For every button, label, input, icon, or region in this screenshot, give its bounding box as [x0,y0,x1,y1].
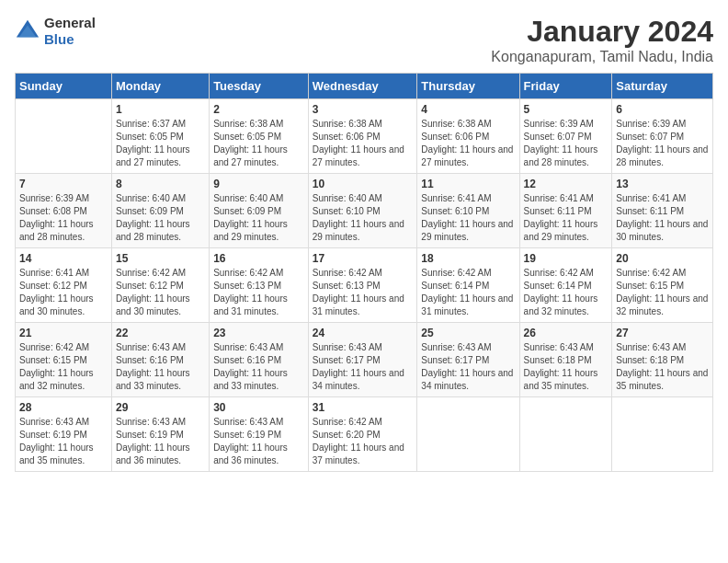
day-info: Sunrise: 6:38 AM Sunset: 6:06 PM Dayligh… [313,118,414,169]
sunset: Sunset: 6:10 PM [313,205,414,218]
sunset: Sunset: 6:12 PM [19,280,108,293]
calendar-cell: 11 Sunrise: 6:41 AM Sunset: 6:10 PM Dayl… [417,174,519,248]
daylight: Daylight: 11 hours and 33 minutes. [116,367,205,393]
logo-text-general: General [44,15,96,30]
day-info: Sunrise: 6:38 AM Sunset: 6:06 PM Dayligh… [421,118,515,169]
day-number: 29 [116,401,205,414]
sunrise: Sunrise: 6:41 AM [421,192,515,205]
col-friday: Friday [519,74,612,99]
daylight: Daylight: 11 hours and 35 minutes. [524,367,609,393]
calendar-cell: 25 Sunrise: 6:43 AM Sunset: 6:17 PM Dayl… [417,323,519,397]
day-number: 13 [616,178,709,190]
calendar-cell: 30 Sunrise: 6:43 AM Sunset: 6:19 PM Dayl… [210,397,309,472]
calendar-cell: 31 Sunrise: 6:42 AM Sunset: 6:20 PM Dayl… [308,397,417,472]
sunset: Sunset: 6:10 PM [421,205,515,218]
col-tuesday: Tuesday [210,74,309,99]
daylight: Daylight: 11 hours and 36 minutes. [213,442,304,467]
logo-text-blue: Blue [44,31,74,47]
daylight: Daylight: 11 hours and 32 minutes. [19,367,108,393]
calendar-cell: 3 Sunrise: 6:38 AM Sunset: 6:06 PM Dayli… [308,99,417,174]
calendar-cell [612,397,713,472]
day-info: Sunrise: 6:40 AM Sunset: 6:10 PM Dayligh… [313,192,414,244]
sunset: Sunset: 6:09 PM [213,205,304,218]
calendar-week-4: 28 Sunrise: 6:43 AM Sunset: 6:19 PM Dayl… [16,397,713,472]
day-info: Sunrise: 6:43 AM Sunset: 6:19 PM Dayligh… [19,416,108,467]
calendar-cell: 14 Sunrise: 6:41 AM Sunset: 6:12 PM Dayl… [16,248,112,323]
sunset: Sunset: 6:09 PM [116,205,205,218]
sunset: Sunset: 6:15 PM [616,280,709,293]
day-info: Sunrise: 6:42 AM Sunset: 6:15 PM Dayligh… [616,267,709,318]
day-info: Sunrise: 6:43 AM Sunset: 6:18 PM Dayligh… [524,341,609,393]
logo-icon [15,18,40,44]
sunset: Sunset: 6:20 PM [313,429,414,442]
calendar-cell [16,99,112,174]
calendar-cell: 17 Sunrise: 6:42 AM Sunset: 6:13 PM Dayl… [308,248,417,323]
sunrise: Sunrise: 6:38 AM [213,118,304,131]
day-number: 26 [524,327,609,339]
day-number: 17 [313,252,414,265]
sunrise: Sunrise: 6:42 AM [116,267,205,280]
day-number: 20 [616,252,709,265]
sunset: Sunset: 6:15 PM [19,354,108,367]
sunrise: Sunrise: 6:43 AM [616,341,709,354]
sunrise: Sunrise: 6:43 AM [213,416,304,429]
day-number: 6 [616,103,709,116]
calendar-week-3: 21 Sunrise: 6:42 AM Sunset: 6:15 PM Dayl… [16,323,713,397]
day-info: Sunrise: 6:42 AM Sunset: 6:15 PM Dayligh… [19,341,108,393]
day-number: 31 [313,401,414,414]
calendar-cell: 9 Sunrise: 6:40 AM Sunset: 6:09 PM Dayli… [210,174,309,248]
day-info: Sunrise: 6:43 AM Sunset: 6:16 PM Dayligh… [213,341,304,393]
day-info: Sunrise: 6:42 AM Sunset: 6:13 PM Dayligh… [313,267,414,318]
daylight: Daylight: 11 hours and 27 minutes. [213,144,304,169]
col-saturday: Saturday [612,74,713,99]
day-number: 18 [421,252,515,265]
calendar-cell: 21 Sunrise: 6:42 AM Sunset: 6:15 PM Dayl… [16,323,112,397]
day-number: 22 [116,327,205,339]
col-wednesday: Wednesday [308,74,417,99]
day-number: 1 [116,103,205,116]
sunrise: Sunrise: 6:43 AM [313,341,414,354]
calendar-cell: 8 Sunrise: 6:40 AM Sunset: 6:09 PM Dayli… [111,174,209,248]
calendar-cell: 29 Sunrise: 6:43 AM Sunset: 6:19 PM Dayl… [111,397,209,472]
calendar-cell [519,397,612,472]
calendar-cell: 2 Sunrise: 6:38 AM Sunset: 6:05 PM Dayli… [210,99,309,174]
day-info: Sunrise: 6:41 AM Sunset: 6:12 PM Dayligh… [19,267,108,318]
sunset: Sunset: 6:06 PM [421,131,515,144]
calendar-cell: 27 Sunrise: 6:43 AM Sunset: 6:18 PM Dayl… [612,323,713,397]
main-title: January 2024 [491,15,713,49]
header-row: Sunday Monday Tuesday Wednesday Thursday… [16,74,713,99]
day-info: Sunrise: 6:43 AM Sunset: 6:17 PM Dayligh… [421,341,515,393]
day-number: 25 [421,327,515,339]
sunset: Sunset: 6:14 PM [524,280,609,293]
sunset: Sunset: 6:11 PM [524,205,609,218]
daylight: Daylight: 11 hours and 29 minutes. [421,218,515,244]
day-number: 10 [313,178,414,190]
sunset: Sunset: 6:19 PM [213,429,304,442]
sunrise: Sunrise: 6:40 AM [313,192,414,205]
day-info: Sunrise: 6:41 AM Sunset: 6:11 PM Dayligh… [524,192,609,244]
sunrise: Sunrise: 6:43 AM [524,341,609,354]
daylight: Daylight: 11 hours and 30 minutes. [616,218,709,244]
day-info: Sunrise: 6:41 AM Sunset: 6:11 PM Dayligh… [616,192,709,244]
calendar-table: Sunday Monday Tuesday Wednesday Thursday… [15,73,713,472]
day-info: Sunrise: 6:39 AM Sunset: 6:08 PM Dayligh… [19,192,108,244]
day-info: Sunrise: 6:43 AM Sunset: 6:17 PM Dayligh… [313,341,414,393]
daylight: Daylight: 11 hours and 31 minutes. [421,293,515,318]
sunrise: Sunrise: 6:39 AM [19,192,108,205]
daylight: Daylight: 11 hours and 29 minutes. [524,218,609,244]
day-info: Sunrise: 6:43 AM Sunset: 6:18 PM Dayligh… [616,341,709,393]
day-info: Sunrise: 6:39 AM Sunset: 6:07 PM Dayligh… [524,118,609,169]
sunrise: Sunrise: 6:42 AM [213,267,304,280]
daylight: Daylight: 11 hours and 34 minutes. [313,367,414,393]
daylight: Daylight: 11 hours and 28 minutes. [19,218,108,244]
calendar-cell: 19 Sunrise: 6:42 AM Sunset: 6:14 PM Dayl… [519,248,612,323]
day-number: 27 [616,327,709,339]
calendar-cell: 22 Sunrise: 6:43 AM Sunset: 6:16 PM Dayl… [111,323,209,397]
daylight: Daylight: 11 hours and 28 minutes. [616,144,709,169]
calendar-cell: 16 Sunrise: 6:42 AM Sunset: 6:13 PM Dayl… [210,248,309,323]
calendar-cell: 26 Sunrise: 6:43 AM Sunset: 6:18 PM Dayl… [519,323,612,397]
day-info: Sunrise: 6:42 AM Sunset: 6:20 PM Dayligh… [313,416,414,467]
sunrise: Sunrise: 6:38 AM [421,118,515,131]
day-info: Sunrise: 6:38 AM Sunset: 6:05 PM Dayligh… [213,118,304,169]
sunrise: Sunrise: 6:39 AM [616,118,709,131]
